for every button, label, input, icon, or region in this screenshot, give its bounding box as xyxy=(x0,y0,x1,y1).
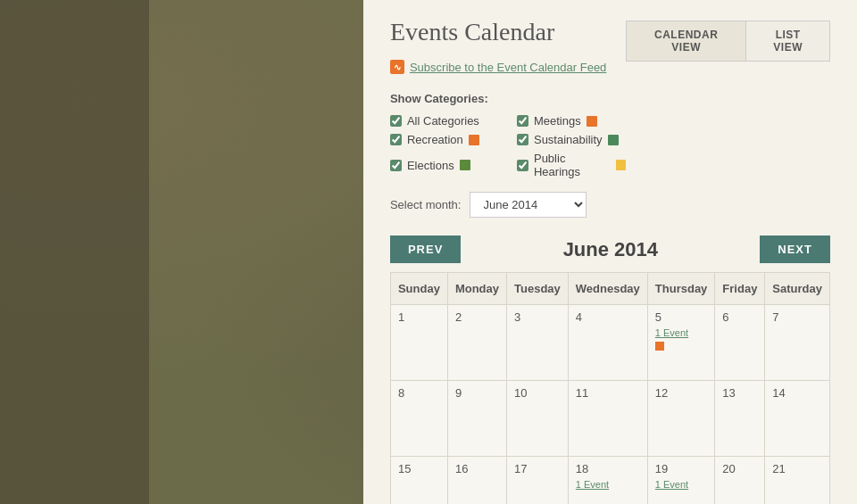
day-number: 10 xyxy=(514,386,561,400)
next-button[interactable]: NEXT xyxy=(760,235,830,263)
header-monday: Monday xyxy=(447,273,506,305)
prev-button[interactable]: PREV xyxy=(390,235,461,263)
day-cell-16: 16 xyxy=(447,457,506,505)
day-number: 9 xyxy=(455,386,499,400)
category-sustainability[interactable]: Sustainability xyxy=(517,133,626,146)
day-cell-12: 12 xyxy=(647,381,715,457)
recreation-color xyxy=(469,135,479,145)
header-tuesday: Tuesday xyxy=(507,273,569,305)
categories-section: Show Categories: All Categories Meetings… xyxy=(390,92,626,192)
category-elections-checkbox[interactable] xyxy=(390,160,402,171)
public-hearings-color xyxy=(616,160,626,170)
rss-icon: ∿ xyxy=(390,60,404,74)
day-cell-9: 9 xyxy=(447,381,506,457)
calendar-view-button[interactable]: CALENDAR VIEW xyxy=(627,21,746,61)
main-content: Events Calendar ∿ Subscribe to the Event… xyxy=(363,0,857,504)
day-cell-17: 17 xyxy=(507,457,569,505)
event-dot xyxy=(655,342,664,351)
rss-link-text[interactable]: Subscribe to the Event Calendar Feed xyxy=(410,61,606,74)
day-cell-3: 3 xyxy=(507,305,569,381)
table-row: 8 9 10 11 12 13 14 xyxy=(390,381,829,457)
calendar-title: June 2014 xyxy=(563,238,658,261)
category-recreation-checkbox[interactable] xyxy=(390,134,402,145)
day-number: 8 xyxy=(398,386,440,400)
category-recreation-label: Recreation xyxy=(407,133,463,146)
category-sustainability-checkbox[interactable] xyxy=(517,134,528,145)
event-link[interactable]: 1 Event xyxy=(576,479,640,490)
show-categories-label: Show Categories: xyxy=(390,92,626,105)
category-public-hearings-checkbox[interactable] xyxy=(517,160,528,171)
category-recreation[interactable]: Recreation xyxy=(390,133,499,146)
day-number: 17 xyxy=(514,462,561,475)
list-view-button[interactable]: LIST VIEW xyxy=(746,21,829,61)
select-month-label: Select month: xyxy=(390,198,462,211)
day-cell-6: 6 xyxy=(715,305,765,381)
day-number: 18 xyxy=(576,462,640,475)
header-saturday: Saturday xyxy=(765,273,830,305)
categories-grid: All Categories Meetings Recreation xyxy=(390,114,626,178)
day-cell-18: 18 1 Event xyxy=(568,457,647,505)
day-cell-21: 21 xyxy=(765,457,830,505)
category-public-hearings[interactable]: Public Hearings xyxy=(517,152,626,178)
day-number: 11 xyxy=(576,386,640,400)
category-sustainability-label: Sustainability xyxy=(534,133,603,146)
view-buttons-container: CALENDAR VIEW LIST VIEW xyxy=(626,21,830,62)
day-cell-14: 14 xyxy=(765,381,830,457)
header-sunday: Sunday xyxy=(390,273,447,305)
day-number: 19 xyxy=(655,462,708,475)
category-public-hearings-label: Public Hearings xyxy=(534,152,611,178)
day-cell-5: 5 1 Event xyxy=(647,305,715,381)
category-meetings-label: Meetings xyxy=(534,114,581,128)
header-friday: Friday xyxy=(715,273,765,305)
day-cell-15: 15 xyxy=(390,457,447,505)
calendar-nav: PREV June 2014 NEXT xyxy=(390,235,830,263)
day-number: 6 xyxy=(722,310,757,324)
day-number: 16 xyxy=(455,462,499,475)
category-meetings-checkbox[interactable] xyxy=(517,115,528,127)
day-cell-2: 2 xyxy=(447,305,506,381)
day-cell-11: 11 xyxy=(568,381,647,457)
day-number: 13 xyxy=(722,386,757,400)
day-number: 5 xyxy=(655,310,708,324)
day-cell-4: 4 xyxy=(568,305,647,381)
day-number: 12 xyxy=(655,386,708,400)
day-cell-1: 1 xyxy=(390,305,447,381)
day-number: 7 xyxy=(772,310,822,324)
category-all[interactable]: All Categories xyxy=(390,114,499,128)
category-meetings[interactable]: Meetings xyxy=(517,114,626,128)
event-link[interactable]: 1 Event xyxy=(655,327,708,338)
day-cell-7: 7 xyxy=(765,305,830,381)
day-number: 15 xyxy=(398,462,440,475)
header-thursday: Thursday xyxy=(647,273,715,305)
category-elections[interactable]: Elections xyxy=(390,152,499,178)
category-elections-label: Elections xyxy=(407,159,454,172)
rss-link[interactable]: ∿ Subscribe to the Event Calendar Feed xyxy=(390,60,830,74)
sidebar xyxy=(0,0,149,504)
day-number: 1 xyxy=(398,310,440,324)
category-all-checkbox[interactable] xyxy=(390,115,402,127)
day-cell-8: 8 xyxy=(390,381,447,457)
day-number: 4 xyxy=(576,310,640,324)
day-number: 21 xyxy=(772,462,822,475)
month-selector[interactable]: June 2014 July 2014 August 2014 xyxy=(470,192,587,218)
day-cell-10: 10 xyxy=(507,381,569,457)
event-link[interactable]: 1 Event xyxy=(655,479,708,490)
calendar-table: Sunday Monday Tuesday Wednesday Thursday… xyxy=(390,272,830,504)
day-cell-19: 19 1 Event xyxy=(647,457,715,505)
table-row: 1 2 3 4 5 1 Event 6 7 xyxy=(390,305,829,381)
meetings-color xyxy=(587,116,597,127)
day-number: 3 xyxy=(514,310,561,324)
day-number: 20 xyxy=(722,462,757,475)
day-cell-13: 13 xyxy=(715,381,765,457)
day-number: 14 xyxy=(772,386,822,400)
header-wednesday: Wednesday xyxy=(568,273,647,305)
day-number: 2 xyxy=(455,310,499,324)
calendar-header-row: Sunday Monday Tuesday Wednesday Thursday… xyxy=(390,273,829,305)
day-cell-20: 20 xyxy=(715,457,765,505)
sustainability-color xyxy=(608,135,619,145)
elections-color xyxy=(460,160,470,170)
controls-row: Select month: June 2014 July 2014 August… xyxy=(390,192,830,218)
category-all-label: All Categories xyxy=(407,114,479,128)
table-row: 15 16 17 18 1 Event 19 1 Event 20 21 xyxy=(390,457,829,505)
